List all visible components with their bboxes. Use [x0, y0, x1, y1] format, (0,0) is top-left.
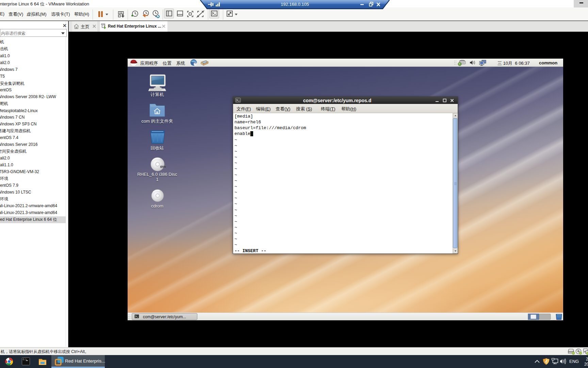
svg-text:DVD: DVD [160, 165, 166, 168]
